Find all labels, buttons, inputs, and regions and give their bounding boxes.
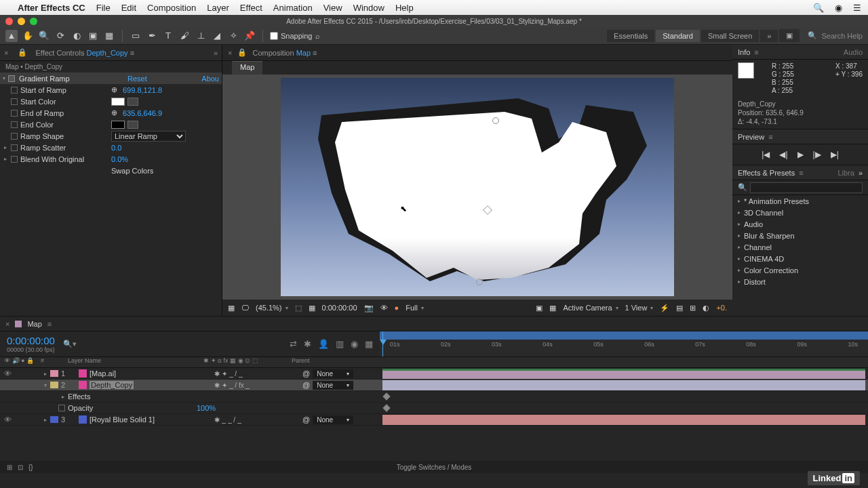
snapping-toggle[interactable]: Snapping ⌕ [270, 32, 320, 40]
swap-colors-link[interactable]: Swap Colors [0, 165, 222, 176]
comp-mini-flowchart-icon[interactable]: ⇄ [290, 339, 297, 349]
preset-distort[interactable]: Distort [732, 276, 868, 287]
brackets-icon[interactable]: {} [28, 464, 33, 471]
resolution-dropdown[interactable]: Full [406, 304, 424, 312]
close-window-icon[interactable] [5, 18, 13, 25]
rect-tool-icon[interactable]: ▭ [130, 30, 142, 42]
workspace-small-screen[interactable]: Small Screen [701, 30, 759, 42]
next-frame-button[interactable]: |▶ [813, 150, 821, 159]
roto-tool-icon[interactable]: ✧ [227, 30, 239, 42]
preset-blur[interactable]: Blur & Sharpen [732, 230, 868, 241]
prop-blend-with-original[interactable]: ▸ Blend With Original 0.0% [0, 153, 222, 165]
search-icon[interactable]: 🔍 [813, 3, 824, 13]
parent-dropdown[interactable]: None [313, 415, 353, 424]
prop-end-color[interactable]: End Color [0, 119, 222, 130]
fx-toggle-icon[interactable] [8, 75, 15, 82]
preset-audio[interactable]: Audio [732, 218, 868, 230]
layer-bar-2[interactable] [382, 380, 865, 390]
keyframe-icon[interactable] [382, 392, 390, 400]
search-icon[interactable]: 🔍▾ [63, 340, 77, 348]
show-snapshot-icon[interactable]: 👁 [380, 304, 388, 312]
camera-tool-icon[interactable]: ▣ [87, 30, 99, 42]
effects-search-input[interactable] [750, 182, 863, 193]
twirl-icon[interactable]: ▸ [41, 371, 50, 377]
app-name[interactable]: After Effects CC [18, 3, 85, 13]
preset-cinema4d[interactable]: CINEMA 4D [732, 253, 868, 264]
crosshair-icon[interactable]: ⊕ [111, 108, 117, 117]
playhead[interactable] [382, 331, 383, 357]
timeline-icon[interactable]: ▤ [676, 304, 683, 312]
grid-icon[interactable]: ▦ [309, 304, 315, 312]
menu-extras-icon[interactable]: ☰ [853, 3, 861, 13]
effects-presets-list[interactable]: * Animation Presets 3D Channel Audio Blu… [732, 195, 868, 316]
exposure-value[interactable]: +0. [716, 304, 727, 312]
monitor-icon[interactable]: 🖵 [241, 304, 249, 312]
graph-editor-icon[interactable]: ▦ [365, 339, 373, 349]
twirl-icon[interactable]: ▾ [41, 382, 50, 388]
close-panel-icon[interactable]: × [228, 49, 232, 57]
crosshair-icon[interactable]: ⊕ [111, 85, 117, 94]
preset-animation[interactable]: * Animation Presets [732, 195, 868, 207]
pickwhip-icon[interactable]: @ [302, 381, 310, 389]
prop-start-of-ramp[interactable]: Start of Ramp ⊕ 699.8,121.8 [0, 84, 222, 96]
transparency-icon[interactable]: ▣ [536, 304, 542, 312]
prop-ramp-shape[interactable]: Ramp Shape Linear Ramp [0, 130, 222, 142]
channel-icon[interactable]: ● [395, 304, 399, 312]
menu-composition[interactable]: Composition [147, 3, 196, 13]
preset-channel[interactable]: Channel [732, 241, 868, 253]
close-panel-icon[interactable]: × [4, 49, 8, 57]
visibility-icon[interactable]: 👁 [4, 369, 12, 378]
camera-dropdown[interactable]: Active Camera [563, 304, 618, 312]
flowchart-icon[interactable]: ⊞ [690, 304, 696, 312]
menu-layer[interactable]: Layer [207, 3, 229, 13]
layer-bar-3[interactable] [382, 415, 865, 425]
effect-reset-link[interactable]: Reset [127, 75, 147, 83]
pan-behind-tool-icon[interactable]: ▦ [103, 30, 115, 42]
hand-tool-icon[interactable]: ✋ [22, 30, 34, 42]
ramp-end-handle[interactable] [476, 279, 483, 285]
puppet-tool-icon[interactable]: 📌 [243, 30, 256, 42]
parent-dropdown[interactable]: None [313, 381, 353, 390]
info-panel-header[interactable]: Info≡Audio [732, 45, 868, 60]
preview-panel-header[interactable]: Preview≡ [732, 129, 868, 144]
menu-help[interactable]: Help [395, 3, 414, 13]
label-color[interactable] [50, 370, 58, 377]
menu-file[interactable]: File [96, 3, 111, 13]
current-time[interactable]: 0:00:00:00 [7, 335, 55, 346]
stopwatch-icon[interactable] [11, 156, 18, 163]
reset-exposure-icon[interactable]: ◐ [703, 304, 709, 312]
eraser-tool-icon[interactable]: ◢ [211, 30, 223, 42]
prev-frame-button[interactable]: ◀| [779, 150, 787, 159]
keyframe-icon[interactable] [382, 404, 390, 411]
eyedropper-icon[interactable] [127, 98, 138, 106]
toggle-switches-icon[interactable]: ⊞ [7, 464, 12, 471]
color-swatch-white[interactable] [111, 98, 125, 106]
parent-dropdown[interactable]: None [313, 369, 353, 378]
prop-start-color[interactable]: Start Color [0, 96, 222, 107]
stopwatch-icon[interactable] [11, 144, 18, 151]
stopwatch-icon[interactable] [11, 133, 18, 140]
clone-tool-icon[interactable]: ⊥ [195, 30, 207, 42]
effect-header[interactable]: ▾ Gradient Ramp Reset Abou [0, 73, 222, 84]
time-ruler[interactable]: 01s02s03s04s05s06s07s08s09s10s [380, 331, 868, 357]
snapshot-icon[interactable]: 📷 [364, 304, 374, 312]
effects-presets-header[interactable]: Effects & Presets≡Libra» [732, 165, 868, 180]
workspace-essentials[interactable]: Essentials [607, 30, 654, 42]
preset-3d-channel[interactable]: 3D Channel [732, 207, 868, 218]
workspace-standard[interactable]: Standard [656, 30, 700, 42]
timeline-tab[interactable]: Map [27, 320, 41, 328]
stopwatch-icon[interactable] [11, 98, 18, 105]
stopwatch-icon[interactable] [11, 87, 18, 94]
pickwhip-icon[interactable]: @ [302, 369, 310, 378]
traffic-lights[interactable] [5, 18, 37, 25]
fast-preview-icon[interactable]: ⚡ [660, 304, 669, 312]
preset-color-correction[interactable]: Color Correction [732, 264, 868, 276]
motion-blur-icon[interactable]: ◉ [351, 339, 358, 349]
eyedropper-icon[interactable] [127, 121, 138, 129]
toggle-switches-button[interactable]: Toggle Switches / Modes [397, 464, 472, 471]
pickwhip-icon[interactable]: @ [302, 415, 310, 424]
selection-tool-icon[interactable]: ▲ [5, 30, 18, 42]
timeline-color-tag[interactable] [15, 321, 22, 327]
prop-end-of-ramp[interactable]: End of Ramp ⊕ 635.6,646.9 [0, 107, 222, 119]
orbit-tool-icon[interactable]: ⟳ [54, 30, 66, 42]
